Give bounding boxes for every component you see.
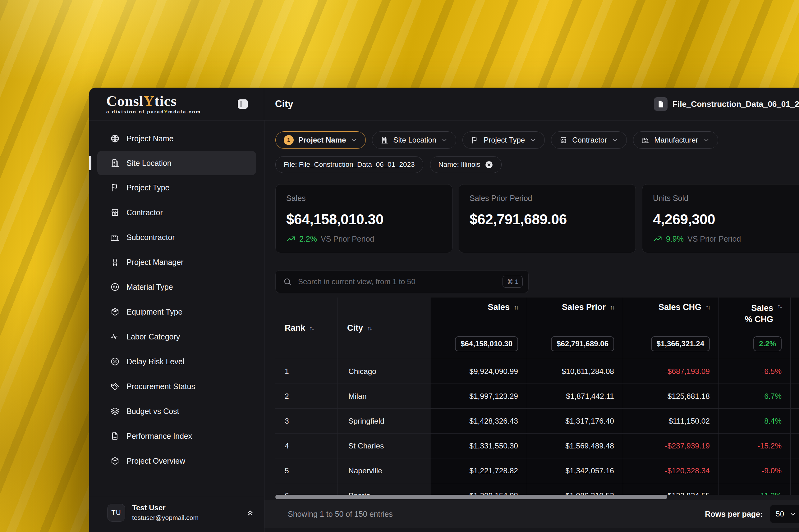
filter-tag-file[interactable]: File: File_Construction_Data_06_01_2023 <box>275 156 423 173</box>
brand-name-pre: Consl <box>106 93 144 109</box>
table-row[interactable]: 5 Naperville $1,221,728.82 $1,342,057.16… <box>275 458 799 483</box>
column-label: Sales <box>488 303 510 312</box>
column-header-sales-pct-chg[interactable]: Sales% CHG ↑↓ 2.2% <box>719 298 791 359</box>
sort-icon[interactable]: ↑↓ <box>367 325 371 332</box>
column-header-sales-chg[interactable]: Sales CHG ↑↓ $1,366,321.24 <box>623 298 719 359</box>
horizontal-scrollbar[interactable] <box>275 495 799 499</box>
cell-rank: 4 <box>275 434 338 458</box>
main-content: 1 Project Name Site Location Project Typ… <box>264 120 799 532</box>
kpi-delta-pct: 9.9% <box>666 234 684 244</box>
cell-sales-chg: -$237,939.19 <box>623 434 719 458</box>
search-icon <box>283 277 292 286</box>
sidebar-item-labor-category[interactable]: Labor Category <box>89 324 264 349</box>
cell-sales-prior: $1,317,176.40 <box>527 409 623 434</box>
sort-icon[interactable]: ↑↓ <box>705 304 710 311</box>
chevrons-up-icon[interactable] <box>245 508 255 518</box>
table-row[interactable]: 3 Springfield $1,428,326.43 $1,317,176.4… <box>275 409 799 434</box>
cell-sales: $1,221,728.82 <box>431 458 527 483</box>
sidebar-collapse-icon[interactable] <box>238 99 248 109</box>
sidebar-item-budget-vs-cost[interactable]: Budget vs Cost <box>89 399 264 424</box>
sidebar-item-label: Material Type <box>127 283 173 292</box>
tag-label: File: File_Construction_Data_06_01_2023 <box>284 160 415 169</box>
chevron-down-icon <box>703 137 710 144</box>
user-profile[interactable]: TU Test User testuser@yopmail.com <box>89 496 264 532</box>
sidebar-item-delay-risk-level[interactable]: Delay Risk Level <box>89 349 264 374</box>
column-label: Sales% CHG <box>745 303 773 325</box>
column-header-sales[interactable]: Sales ↑↓ $64,158,010.30 <box>431 298 527 359</box>
brand-name-post: tics <box>154 93 177 109</box>
store-icon <box>110 208 120 217</box>
cell-rank: 6 <box>275 483 338 495</box>
cell-city: Naperville <box>338 458 431 483</box>
kpi-card-sales: Sales $64,158,010.30 2.2% VS Prior Perio… <box>275 184 452 253</box>
cell-sales-pct-chg: -9.0% <box>719 458 791 483</box>
kpi-label: Sales <box>286 194 442 203</box>
table-row[interactable]: 2 Milan $1,997,123.29 $1,871,442.11 $125… <box>275 384 799 409</box>
sidebar-item-procurement-status[interactable]: Procurement Status <box>89 374 264 399</box>
table-row[interactable]: 4 St Charles $1,331,550.30 $1,569,489.48… <box>275 434 799 458</box>
search-input[interactable] <box>297 277 497 286</box>
table-header: Rank ↑↓ City ↑↓ Sales ↑↓ $64,158,010.30 <box>275 298 799 359</box>
filter-chip-project-type[interactable]: Project Type <box>462 131 545 149</box>
sort-icon[interactable]: ↑↓ <box>309 325 314 332</box>
activity-icon <box>110 332 120 341</box>
cell-sales-pct-chg: 6.7% <box>719 384 791 409</box>
filter-chip-contractor[interactable]: Contractor <box>551 131 627 149</box>
column-total-badge: $62,791,689.06 <box>551 336 614 351</box>
sidebar-item-project-name[interactable]: Project Name <box>89 126 264 151</box>
cell-sales: $1,331,550.30 <box>431 434 527 458</box>
table-footer: Showing 1 to 50 of 150 entries Rows per … <box>264 500 799 528</box>
cell-rank: 3 <box>275 409 338 434</box>
column-header-city[interactable]: City ↑↓ <box>338 298 431 359</box>
close-icon[interactable] <box>485 160 493 169</box>
rows-per-page: Rows per page: 50 <box>705 505 799 523</box>
filter-chip-site-location[interactable]: Site Location <box>372 131 456 149</box>
filter-chip-manufacturer[interactable]: Manufacturer <box>633 131 718 149</box>
badge-percent-icon <box>110 357 120 366</box>
chip-label: Site Location <box>393 136 436 145</box>
sidebar-item-performance-index[interactable]: Performance Index <box>89 424 264 449</box>
building-icon <box>110 158 120 168</box>
column-total-badge: $64,158,010.30 <box>455 336 518 351</box>
sidebar-item-label: Project Overview <box>127 457 185 466</box>
avatar: TU <box>107 504 125 522</box>
current-file-chip[interactable]: File_Construction_Data_06_01_2023 <box>654 97 799 111</box>
selected-item-indicator <box>89 156 91 170</box>
brand-name: ConslYtics <box>106 94 201 108</box>
sidebar-item-label: Subcontractor <box>127 233 175 242</box>
chevron-down-icon <box>529 137 536 144</box>
sidebar: Project Name Site Location Project Type … <box>89 120 264 532</box>
filter-chip-project-name[interactable]: 1 Project Name <box>275 131 366 149</box>
package-icon <box>110 307 120 317</box>
table-row[interactable]: 1 Chicago $9,924,090.99 $10,611,284.08 -… <box>275 359 799 384</box>
sidebar-item-project-type[interactable]: Project Type <box>89 175 264 200</box>
sidebar-item-site-location[interactable]: Site Location <box>97 151 256 175</box>
sidebar-item-subcontractor[interactable]: Subcontractor <box>89 225 264 250</box>
cell-rank: 2 <box>275 384 338 409</box>
kpi-value: $62,791,689.06 <box>469 211 625 228</box>
kpi-card-sales-prior: Sales Prior Period $62,791,689.06 <box>459 184 636 253</box>
sidebar-item-project-manager[interactable]: Project Manager <box>89 250 264 274</box>
chevron-down-icon <box>789 510 797 518</box>
material-icon <box>110 282 120 292</box>
sidebar-item-project-overview[interactable]: Project Overview <box>89 449 264 473</box>
column-label: City <box>347 323 363 333</box>
user-meta: Test User testuser@yopmail.com <box>132 503 199 522</box>
sort-icon[interactable]: ↑↓ <box>610 304 614 311</box>
trending-up-icon <box>286 234 296 244</box>
sidebar-item-contractor[interactable]: Contractor <box>89 200 264 225</box>
scrollbar-thumb[interactable] <box>275 495 667 499</box>
column-header-sales-prior[interactable]: Sales Prior ↑↓ $62,791,689.06 <box>527 298 623 359</box>
sidebar-item-material-type[interactable]: Material Type <box>89 274 264 299</box>
cell-sales: $9,924,090.99 <box>431 359 527 384</box>
filter-tag-name-illinois[interactable]: Name: Illinois <box>430 156 502 173</box>
kpi-delta-note: VS Prior Period <box>687 234 741 244</box>
sidebar-item-equipment-type[interactable]: Equipment Type <box>89 299 264 324</box>
table-row[interactable]: 6 Peoria $1,209,154.08 $1,086,319.52 $12… <box>275 483 799 495</box>
sort-icon[interactable]: ↑↓ <box>777 303 782 310</box>
rows-per-page-select[interactable]: 50 <box>770 505 799 523</box>
sort-icon[interactable]: ↑↓ <box>514 304 518 311</box>
cell-sales-prior: $1,871,442.11 <box>527 384 623 409</box>
column-header-rank[interactable]: Rank ↑↓ <box>275 298 338 359</box>
cell-overflow <box>791 409 799 434</box>
